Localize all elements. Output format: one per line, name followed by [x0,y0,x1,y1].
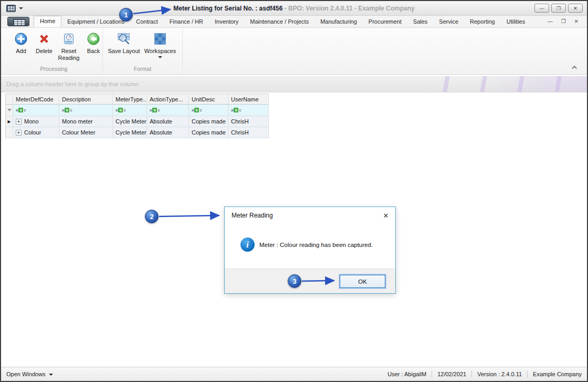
abc-filter-icon: abc [116,108,125,112]
filter-letter: a [16,108,18,112]
group-by-hint: Drag a column header here to group by th… [6,76,139,92]
filter-letter: c [24,108,26,112]
column-header-unitdesc[interactable]: UnitDesc [189,94,228,105]
reset-reading-button[interactable]: Reset Reading [56,31,82,61]
abc-filter-icon: abc [231,108,241,112]
table-row[interactable]: Colour Colour Meter Cycle Meter Absolute… [5,127,269,138]
column-header-description[interactable]: Description [59,94,113,105]
window-title: Meter Listing for Serial No. : asdf456 -… [1,1,587,16]
current-row-arrow-icon: ▶ [7,119,10,124]
open-windows-label: Open Windows [6,371,46,377]
reset-reading-button-label: Reset Reading [56,48,82,61]
abc-filter-icon: abc [150,108,160,112]
workspaces-button[interactable]: Workspaces [143,31,177,58]
tab-procurement[interactable]: Procurement [363,16,407,27]
dialog-close-button[interactable]: ✕ [381,211,391,220]
filter-letter: b [194,108,199,112]
tab-sales[interactable]: Sales [407,16,434,27]
save-layout-button-label: Save Layout [108,48,140,55]
cell-unitdesc[interactable]: Copies made [189,127,228,138]
tab-home[interactable]: Home [34,16,61,27]
statusbar: Open Windows User : AbigailM 12/02/2021 … [1,367,587,381]
tab-service[interactable]: Service [433,16,464,27]
ribbon-collapse-button[interactable] [570,64,580,71]
cell-actiontype[interactable]: Absolute [147,127,189,138]
column-header-username[interactable]: UserName [228,94,269,105]
abc-filter-icon: abc [62,108,72,112]
filter-cell-unitdesc[interactable]: abc [189,105,228,116]
cell-metertype[interactable]: Cycle Meter [113,127,147,138]
cell-description[interactable]: Colour Meter [59,127,113,138]
info-icon: i [240,238,255,252]
filter-cell-metertype[interactable]: abc [113,105,147,116]
cell-text: Mono [24,118,39,125]
group-caption-format: Format [103,66,182,72]
filter-letter: b [118,108,123,112]
app-menu-button[interactable] [7,17,29,26]
group-caption-processing: Processing [5,66,102,72]
cell-text: Colour [24,129,41,136]
filter-letter: a [62,108,64,112]
row-indicator-header [5,94,13,105]
tab-utilities[interactable]: Utilities [501,16,531,27]
tab-reporting[interactable]: Reporting [464,16,501,27]
ok-button[interactable]: OK [340,275,385,288]
tab-manufacturing[interactable]: Manufacturing [314,16,363,27]
filter-letter: a [150,108,152,112]
filter-letter: b [152,108,157,112]
save-layout-button[interactable]: Save Layout [107,31,141,55]
filter-letter: b [65,108,69,112]
row-indicator: ▶ [5,116,13,127]
filter-cell-description[interactable]: abc [59,105,113,116]
filter-letter: c [200,108,202,112]
filter-letter: c [158,108,160,112]
maximize-button[interactable]: ❐ [551,4,566,13]
window-title-main: Meter Listing for Serial No. : asdf456 [173,5,282,12]
cell-username[interactable]: ChrisH [228,127,269,138]
meter-grid: MeterDefCode Description MeterType... Ac… [5,94,269,138]
cell-metertype[interactable]: Cycle Meter [113,116,147,127]
workspaces-button-label: Workspaces [144,48,176,55]
filter-row-indicator [5,105,13,116]
back-button[interactable]: Back [83,31,104,55]
filter-cell-username[interactable]: abc [228,105,269,116]
expand-icon[interactable] [16,119,22,125]
tab-maintenance-projects[interactable]: Maintenance / Projects [244,16,314,27]
cell-meterdefcode[interactable]: Mono [13,116,59,127]
abc-filter-icon: abc [16,108,26,112]
abc-filter-icon: abc [192,108,202,112]
filter-letter: a [231,108,233,112]
mdi-close-button[interactable]: ✕ [574,18,579,24]
dialog-titlebar: Meter Reading ✕ [225,207,395,224]
table-row[interactable]: ▶ Mono Mono meter Cycle Meter Absolute C… [5,116,269,127]
cell-username[interactable]: ChrisH [228,116,269,127]
open-windows-dropdown[interactable]: Open Windows [6,371,53,377]
save-layout-icon [116,31,132,47]
expand-icon[interactable] [16,130,22,136]
filter-letter: c [70,108,72,112]
ribbon-group-processing: Add Delete [5,29,103,73]
mdi-minimize-button[interactable]: — [548,18,553,24]
cell-meterdefcode[interactable]: Colour [13,127,59,138]
cell-description[interactable]: Mono meter [59,116,113,127]
mdi-restore-button[interactable]: ❐ [561,18,566,24]
column-header-metertype[interactable]: MeterType... [113,94,147,105]
column-header-meterdefcode[interactable]: MeterDefCode [13,94,59,105]
tab-contract[interactable]: Contract [130,16,164,27]
delete-button[interactable]: Delete [33,31,56,55]
tab-inventory[interactable]: Inventory [209,16,244,27]
cell-actiontype[interactable]: Absolute [147,116,189,127]
minimize-button[interactable]: — [534,4,549,13]
column-header-actiontype[interactable]: ActionType... [147,94,189,105]
status-separator [527,370,528,378]
ribbon-tab-row: Home Equipment / Locations Contract Fina… [1,16,587,28]
cell-unitdesc[interactable]: Copies made [189,116,228,127]
tab-finance-hr[interactable]: Finance / HR [164,16,209,27]
filter-cell-meterdefcode[interactable]: abc [13,105,59,116]
add-button[interactable]: Add [9,31,33,55]
close-button[interactable]: ✕ [568,4,583,13]
back-icon [86,31,101,47]
add-icon [13,31,29,47]
filter-cell-actiontype[interactable]: abc [147,105,189,116]
titlebar: Meter Listing for Serial No. : asdf456 -… [1,1,587,16]
